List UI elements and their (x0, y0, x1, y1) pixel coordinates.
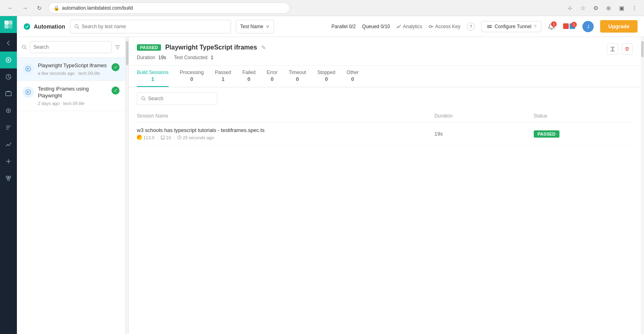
url-text: automation.lambdatest.com/build (62, 5, 133, 11)
sidebar-logo[interactable] (0, 16, 17, 33)
tab-passed[interactable]: Passed 1 (215, 66, 231, 87)
help-button[interactable]: ? (467, 23, 475, 31)
svg-rect-2 (4, 25, 8, 29)
browser-icon (137, 135, 142, 140)
split-screen-icon[interactable]: ▣ (617, 3, 626, 13)
build-header: PASSED Playwright TypeScript iframes ✎ (129, 37, 641, 66)
sidebar-item-testmanager[interactable] (0, 119, 17, 136)
upgrade-button[interactable]: Upgrade (600, 20, 638, 33)
build-item-2-icon (23, 87, 34, 98)
top-header: Automation Test Name Parallel 0/2 Queued… (17, 16, 644, 37)
build-item-1-icon (23, 63, 34, 74)
tab-timeout[interactable]: Timeout 0 (289, 66, 306, 87)
session-table: Session Name Duration Status w3 schools … (137, 110, 633, 145)
delete-icon[interactable] (621, 43, 633, 55)
sidebar-item-smartui[interactable] (0, 102, 17, 119)
build-list-scrollbar[interactable] (126, 37, 129, 334)
resolution: 10 (161, 135, 171, 140)
build-item-1-status: ✓ (111, 63, 120, 71)
sidebar-item-realtime[interactable] (0, 68, 17, 85)
content-scrollbar[interactable] (641, 37, 644, 334)
session-time: 29 seconds ago (177, 135, 214, 140)
forward-button[interactable]: → (19, 2, 31, 14)
table-row[interactable]: w3 schools has typescript tutorials - te… (137, 122, 633, 145)
notification-badge: 1 (551, 21, 557, 27)
user-avatar[interactable]: J (582, 21, 594, 32)
build-item-1[interactable]: Playwright TypeScript iframes a few seco… (17, 58, 125, 81)
build-item-2-status: ✓ (111, 87, 120, 95)
session-search-row (137, 92, 633, 105)
build-item-1-meta: a few seconds ago · tech.09.life (38, 71, 107, 76)
sidebar-item-analytics[interactable] (0, 136, 17, 153)
url-bar[interactable]: 🔒 automation.lambdatest.com/build (48, 2, 290, 14)
svg-point-9 (8, 110, 9, 111)
svg-point-12 (8, 179, 10, 181)
access-key-button[interactable]: Access Key (429, 24, 460, 29)
build-meta: Duration 19s · Test Conducted 1 (137, 55, 633, 60)
header-search[interactable] (70, 20, 231, 33)
extension-icon[interactable]: ⚙ (591, 3, 601, 13)
sidebar-item-add[interactable] (0, 153, 17, 170)
tab-stopped[interactable]: Stopped 0 (317, 66, 335, 87)
menu-icon[interactable]: ⋮ (630, 3, 639, 13)
svg-rect-26 (161, 136, 165, 139)
back-button[interactable]: ← (5, 2, 16, 14)
build-header-actions (607, 43, 633, 55)
header-right: Parallel 0/2 Queued 0/10 Analytics Acces… (332, 20, 638, 33)
svg-point-15 (429, 25, 431, 28)
svg-point-18 (490, 25, 491, 26)
svg-rect-0 (4, 21, 8, 25)
browser-chrome: ← → ↻ 🔒 automation.lambdatest.com/build … (0, 0, 644, 16)
build-item-1-name: Playwright TypeScript iframes (38, 62, 107, 69)
scrollbar-thumb (126, 41, 128, 65)
browser-actions: ⊹ ☆ ⚙ ⊛ ▣ ⋮ (565, 3, 639, 13)
session-search-container[interactable] (137, 92, 217, 105)
tab-other[interactable]: Other 0 (347, 66, 359, 87)
main-area: Playwright TypeScript iframes a few seco… (17, 37, 644, 334)
sidebar-icons (0, 16, 17, 334)
analytics-button[interactable]: Analytics (396, 24, 422, 29)
build-item-1-check: ✓ (111, 63, 120, 71)
sidebar-item-automation[interactable] (0, 52, 17, 68)
edit-icon[interactable]: ✎ (261, 44, 266, 51)
svg-rect-7 (7, 91, 10, 92)
tab-failed[interactable]: Failed 0 (242, 66, 256, 87)
build-search-area (17, 37, 125, 58)
tab-error[interactable]: Error 0 (267, 66, 278, 87)
sidebar-item-integrations[interactable] (0, 170, 17, 187)
app: Automation Test Name Parallel 0/2 Queued… (0, 16, 644, 334)
expand-icon[interactable] (607, 43, 618, 55)
notification-bell[interactable]: 1 (548, 23, 555, 30)
svg-rect-6 (6, 92, 11, 96)
configure-tunnel-button[interactable]: Configure Tunnel ? (481, 21, 542, 32)
tabs-container: Build Sessions 1 Processing 0 Passed 1 F… (129, 66, 641, 87)
build-item-2[interactable]: Testing iFrames using Playwright 2 days … (17, 81, 125, 111)
build-item-2-name: Testing iFrames using Playwright (38, 86, 107, 99)
reload-button[interactable]: ↻ (34, 2, 45, 14)
build-title-row: PASSED Playwright TypeScript iframes ✎ (137, 44, 266, 51)
app-notification-badge: 1 (571, 22, 577, 27)
svg-rect-20 (563, 23, 569, 29)
session-status-badge: PASSED (534, 130, 559, 138)
build-search-input[interactable] (30, 41, 111, 53)
search-input[interactable] (82, 24, 227, 29)
sidebar-item-screenshots[interactable] (0, 85, 17, 102)
svg-point-19 (487, 27, 489, 28)
tab-build-sessions[interactable]: Build Sessions 1 (137, 66, 169, 87)
session-meta: 113.0 · 10 · (137, 135, 434, 140)
session-duration: 19s (434, 122, 533, 145)
col-session-name: Session Name (137, 110, 434, 122)
sidebar-item-back[interactable] (0, 35, 17, 52)
test-name-filter[interactable]: Test Name (236, 20, 274, 33)
bookmark-icon[interactable]: ☆ (578, 3, 588, 13)
profile-icon[interactable]: ⊛ (604, 3, 613, 13)
build-item-2-meta: 2 days ago · tech.09.life (38, 101, 107, 106)
build-list-panel: Playwright TypeScript iframes a few seco… (17, 37, 126, 334)
filter-icon[interactable] (115, 44, 120, 50)
cast-icon[interactable]: ⊹ (565, 3, 575, 13)
svg-point-10 (6, 176, 8, 178)
queued-stat: Queued 0/10 (362, 24, 390, 29)
content-panel: PASSED Playwright TypeScript iframes ✎ (129, 37, 641, 334)
tab-processing[interactable]: Processing 0 (180, 66, 204, 87)
session-search-input[interactable] (148, 96, 213, 101)
